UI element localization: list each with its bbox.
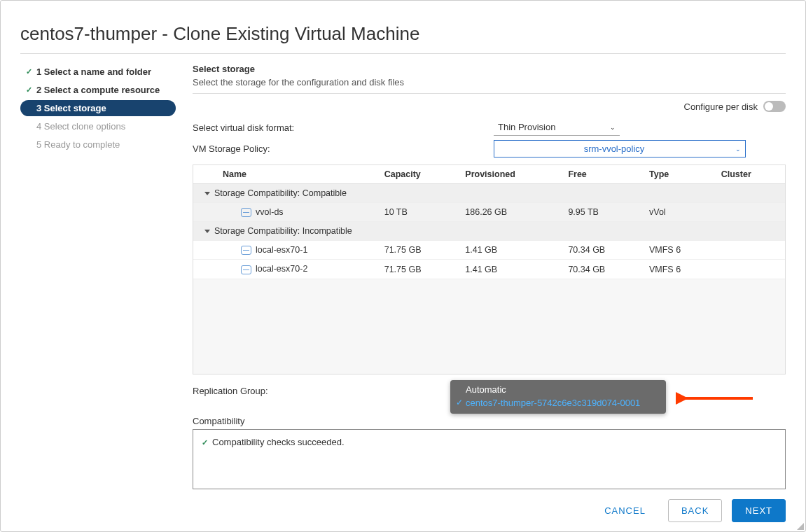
cell-provisioned: 1.41 GB — [459, 241, 562, 260]
step-3[interactable]: ✓3 Select storage — [20, 100, 176, 116]
annotation-arrow — [676, 391, 756, 405]
step-4[interactable]: ✓4 Select clone options — [20, 118, 176, 134]
step-label: 2 Select a compute resource — [36, 85, 160, 95]
group-incompatible[interactable]: Storage Compatibility: Incompatible — [193, 222, 785, 241]
step-label: 1 Select a name and folder — [36, 66, 151, 77]
col-free[interactable]: Free — [562, 165, 644, 184]
storage-policy-value: srm-vvol-policy — [584, 144, 645, 154]
cell-name: local-esx70-2 — [256, 264, 307, 274]
col-name[interactable]: Name — [217, 165, 379, 184]
collapse-icon — [204, 230, 210, 233]
group-label: Storage Compatibility: Incompatible — [214, 226, 352, 236]
step-2[interactable]: ✓2 Select a compute resource — [20, 82, 176, 98]
cell-name: local-esx70-1 — [256, 245, 307, 255]
col-cluster[interactable]: Cluster — [716, 165, 785, 184]
resize-handle-icon[interactable] — [797, 523, 804, 530]
table-row[interactable]: vvol-ds 10 TB 186.26 GB 9.95 TB vVol — [193, 203, 785, 222]
cell-free: 9.95 TB — [562, 203, 644, 222]
group-compatible[interactable]: Storage Compatibility: Compatible — [193, 184, 785, 203]
replication-group-dropdown[interactable]: Automatic centos7-thumper-5742c6e3c319d0… — [450, 380, 666, 414]
cell-cluster — [716, 260, 785, 279]
dialog-title: centos7-thumper - Clone Existing Virtual… — [20, 1, 786, 54]
configure-per-disk-label: Configure per disk — [684, 102, 758, 112]
cell-type: VMFS 6 — [644, 260, 716, 279]
col-capacity[interactable]: Capacity — [379, 165, 460, 184]
check-icon: ✓ — [26, 67, 32, 76]
step-1[interactable]: ✓1 Select a name and folder — [20, 64, 176, 80]
dropdown-option-selected[interactable]: centos7-thumper-5742c6e3c319d074-0001 — [456, 396, 660, 410]
section-title: Select storage — [193, 64, 786, 74]
step-label: 5 Ready to complete — [36, 139, 120, 150]
cell-type: vVol — [644, 203, 716, 222]
disk-format-value: Thin Provision — [498, 122, 555, 132]
compatibility-label: Compatibility — [193, 416, 786, 426]
datastore-icon — [241, 246, 251, 255]
wizard-content: Select storage Select the storage for th… — [176, 64, 786, 491]
check-icon: ✓ — [26, 85, 32, 94]
check-icon: ✓ — [202, 438, 208, 447]
disk-format-select[interactable]: Thin Provision ⌄ — [494, 119, 620, 136]
compatibility-message: Compatibility checks succeeded. — [212, 437, 345, 447]
datastore-icon — [241, 208, 251, 217]
cell-provisioned: 1.41 GB — [459, 260, 562, 279]
datastore-icon — [241, 265, 251, 274]
cell-name: vvol-ds — [256, 207, 284, 217]
cell-type: VMFS 6 — [644, 241, 716, 260]
cell-capacity: 71.75 GB — [379, 241, 460, 260]
table-row[interactable]: local-esx70-1 71.75 GB 1.41 GB 70.34 GB … — [193, 241, 785, 260]
chevron-down-icon: ⌄ — [735, 146, 741, 153]
storage-policy-label: VM Storage Policy: — [193, 144, 494, 154]
back-button[interactable]: BACK — [668, 499, 722, 522]
section-subtitle: Select the storage for the configuration… — [193, 77, 786, 94]
chevron-down-icon: ⌄ — [610, 124, 616, 131]
step-label: 3 Select storage — [36, 103, 106, 113]
group-label: Storage Compatibility: Compatible — [214, 188, 347, 198]
cell-cluster — [716, 241, 785, 260]
cell-free: 70.34 GB — [562, 260, 644, 279]
wizard-dialog: centos7-thumper - Clone Existing Virtual… — [0, 0, 806, 532]
dropdown-option[interactable]: Automatic — [456, 383, 660, 396]
wizard-footer: CANCEL BACK NEXT — [193, 499, 786, 522]
cell-free: 70.34 GB — [562, 241, 644, 260]
wizard-steps: ✓1 Select a name and folder ✓2 Select a … — [20, 64, 176, 491]
table-header-row: Name Capacity Provisioned Free Type Clus… — [193, 165, 785, 184]
replication-group-label: Replication Group: — [193, 386, 275, 396]
cell-capacity: 71.75 GB — [379, 260, 460, 279]
cancel-button[interactable]: CANCEL — [592, 500, 658, 522]
compatibility-box: ✓Compatibility checks succeeded. — [193, 429, 786, 489]
datastore-table: Name Capacity Provisioned Free Type Clus… — [193, 164, 786, 374]
col-type[interactable]: Type — [644, 165, 716, 184]
col-provisioned[interactable]: Provisioned — [459, 165, 562, 184]
cell-cluster — [716, 203, 785, 222]
disk-format-label: Select virtual disk format: — [193, 122, 494, 133]
next-button[interactable]: NEXT — [732, 499, 786, 522]
step-label: 4 Select clone options — [36, 121, 125, 132]
table-row[interactable]: local-esx70-2 71.75 GB 1.41 GB 70.34 GB … — [193, 260, 785, 279]
storage-policy-select[interactable]: srm-vvol-policy ⌄ — [494, 140, 746, 158]
step-5[interactable]: ✓5 Ready to complete — [20, 136, 176, 153]
configure-per-disk-toggle[interactable] — [763, 101, 786, 112]
cell-capacity: 10 TB — [379, 203, 460, 222]
cell-provisioned: 186.26 GB — [459, 203, 562, 222]
collapse-icon — [204, 192, 210, 195]
